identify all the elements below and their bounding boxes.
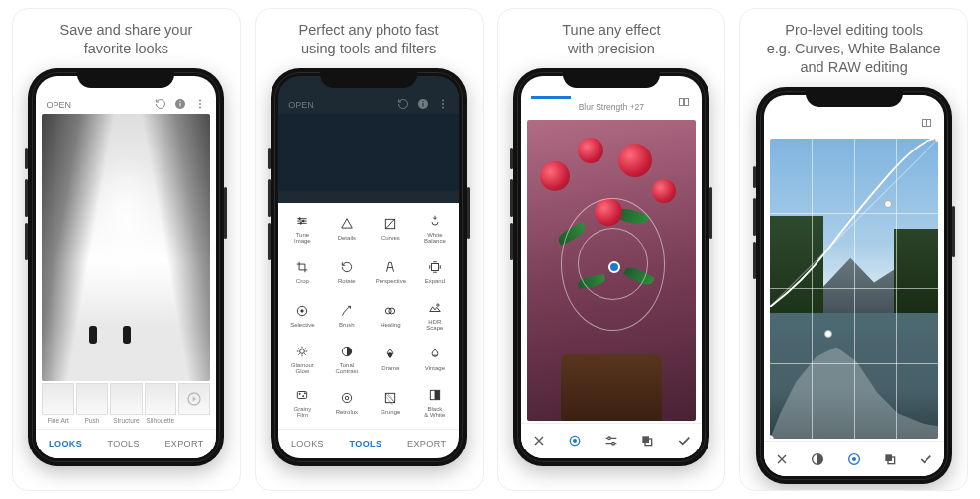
svg-point-19 [301,310,303,312]
tool-grainy-film[interactable]: GrainyFilm [280,381,325,425]
open-button[interactable]: OPEN [46,100,71,110]
action-bar [521,423,702,458]
open-button[interactable]: OPEN [288,100,314,110]
look-more[interactable] [178,383,210,424]
tool-white-balance[interactable]: WhiteBalance [413,207,458,250]
svg-point-39 [612,443,615,446]
cancel-button[interactable] [531,433,547,449]
tool-label: Crop [296,278,309,284]
tool-brush[interactable]: Brush [325,294,370,338]
tool-label: Rotate [338,278,356,284]
apply-button[interactable] [676,433,692,449]
tab-tools[interactable]: TOOLS [350,439,382,449]
tool-rotate[interactable]: Rotate [325,250,370,294]
tool-crop[interactable]: Crop [280,250,325,294]
tool-perspective[interactable]: Perspective [369,250,413,294]
tool-label: Curves [381,235,400,241]
more-icon[interactable] [437,98,449,110]
focus-mode-button[interactable] [567,433,583,449]
tool-tonal-contrast[interactable]: TonalContrast [325,338,370,381]
svg-point-14 [303,220,305,222]
svg-point-12 [442,106,444,108]
channel-button[interactable] [846,451,862,467]
luminance-channel-button[interactable] [810,451,825,467]
compare-icon[interactable] [921,117,932,129]
tab-tools[interactable]: TOOLS [108,439,140,449]
look-thumb[interactable]: Fine Art [42,383,73,424]
tool-label: Perspective [376,278,406,284]
svg-rect-2 [180,101,181,102]
tool-selective[interactable]: Selective [280,294,325,338]
tool-tune-image[interactable]: TuneImage [280,207,325,250]
tool-icon [427,259,443,275]
tool-icon [427,213,443,229]
svg-point-29 [342,393,351,402]
tab-looks[interactable]: LOOKS [49,439,82,449]
svg-rect-42 [922,119,926,126]
tool-glamour-glow[interactable]: GlamourGlow [280,338,325,381]
svg-point-37 [574,440,577,443]
control-point[interactable] [608,261,620,273]
tool-icon [382,216,398,232]
panel-tools: Perfect any photo fast using tools and f… [255,8,484,491]
svg-rect-8 [423,103,424,107]
tool-black-white[interactable]: Black& White [413,381,458,425]
curve-line[interactable] [770,139,938,307]
undo-icon[interactable] [155,98,166,110]
tool-expand[interactable]: Expand [413,250,458,294]
svg-point-22 [437,304,439,306]
tool-icon [339,303,355,319]
tool-icon [294,213,310,229]
tool-label: GlamourGlow [291,362,314,375]
apply-button[interactable] [918,451,933,467]
bottom-tabs: LOOKS TOOLS EXPORT [278,429,459,458]
caption-line: and RAW editing [800,59,907,75]
tool-icon [339,259,355,275]
tool-retrolux[interactable]: Retrolux [325,381,370,425]
tool-details[interactable]: Details [325,207,370,250]
invert-button[interactable] [639,433,655,449]
tool-grunge[interactable]: Grunge [369,381,413,425]
svg-point-21 [389,308,395,314]
info-icon[interactable] [174,98,186,110]
look-label: Push [85,417,100,424]
undo-icon[interactable] [397,98,409,110]
tool-healing[interactable]: Healing [369,294,413,338]
photo-canvas[interactable] [770,139,938,439]
tool-icon [339,344,355,359]
caption-line: Tune any effect [562,22,660,38]
effect-progress [531,96,571,99]
more-icon[interactable] [194,98,206,110]
svg-rect-1 [180,103,181,107]
curve-node[interactable] [884,200,892,208]
phone-mockup [756,87,952,484]
tab-export[interactable]: EXPORT [407,439,446,449]
look-thumb[interactable]: Push [76,383,108,424]
sliders-button[interactable] [603,433,619,449]
photo-canvas[interactable] [42,114,210,381]
tool-drama[interactable]: Drama [369,338,413,381]
compare-icon[interactable] [678,96,690,108]
tools-sheet: TuneImageDetailsCurvesWhiteBalanceCropRo… [278,203,459,429]
look-thumb[interactable]: Silhouette [145,383,176,424]
svg-point-46 [852,457,856,461]
look-label: Structure [113,417,139,424]
tab-looks[interactable]: LOOKS [291,439,324,449]
tool-hdr-scape[interactable]: HDRScape [413,294,458,338]
action-bar [764,441,944,476]
tool-vintage[interactable]: Vintage [413,338,458,381]
cancel-button[interactable] [774,451,790,467]
tool-curves[interactable]: Curves [369,207,413,250]
svg-rect-43 [926,119,930,126]
caption-line: with precision [568,41,655,56]
info-icon[interactable] [417,98,429,110]
tab-export[interactable]: EXPORT [164,439,203,449]
photo-canvas[interactable] [527,120,696,421]
caption-line: e.g. Curves, White Balance [767,41,941,56]
tool-label: Expand [425,278,445,284]
tool-icon [427,347,443,362]
look-thumb[interactable]: Structure [110,383,142,424]
phone-mockup: OPEN TuneImageDetailsCurvesWhiteBalanceC… [271,68,467,466]
styles-button[interactable] [882,451,898,467]
tool-label: HDRScape [426,319,443,332]
